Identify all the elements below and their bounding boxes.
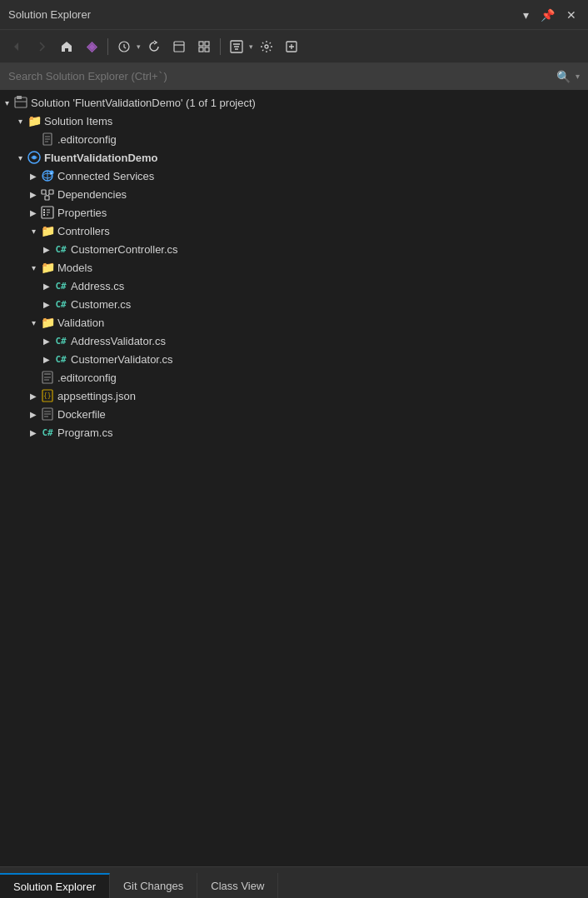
appsettings-icon: {} [40,388,55,403]
home-button[interactable] [55,35,78,58]
models-label: Models [57,262,92,274]
svg-rect-29 [43,212,45,213]
bottom-tabs: Solution Explorer Git Changes Class View [0,866,588,898]
svg-rect-4 [199,47,203,52]
dockerfile-arrow: ▶ [27,407,40,421]
svg-rect-3 [205,42,209,46]
properties-icon [40,205,55,220]
tab-git-changes[interactable]: Git Changes [110,873,197,898]
project-arrow: ▾ [13,151,27,164]
project-icon [27,150,42,165]
validation-arrow: ▾ [27,316,40,329]
tab-class-view[interactable]: Class View [197,873,278,898]
address-validator-arrow: ▶ [40,334,53,347]
search-dropdown[interactable]: ▾ [576,72,580,81]
address-arrow: ▶ [40,279,53,292]
auto-hide-button[interactable] [280,35,303,58]
customer-controller-label: CustomerController.cs [71,243,178,256]
filter-group[interactable]: ▾ [225,35,253,58]
search-input[interactable] [8,70,551,82]
properties-label: Properties [57,207,107,219]
svg-rect-22 [42,190,46,194]
validation-folder[interactable]: ▾ 📁 Validation [0,313,588,332]
program-cs-item[interactable]: ▶ C# Program.cs [0,423,588,442]
dropdown-arrow[interactable]: ▾ [520,7,532,23]
editorconfig-project-icon [40,370,55,385]
appsettings-item[interactable]: ▶ {} appsettings.json [0,387,588,405]
customer-validator-arrow: ▶ [40,352,53,366]
refresh-button[interactable] [142,35,166,58]
dependencies-arrow: ▶ [27,187,40,201]
folder-icon: 📁 [27,113,42,128]
close-button[interactable]: ✕ [563,7,580,23]
settings-button[interactable] [255,35,278,58]
tab-solution-explorer[interactable]: Solution Explorer [0,873,110,898]
svg-rect-1 [174,42,184,52]
back-button[interactable] [5,35,28,58]
address-validator-item[interactable]: ▶ C# AddressValidator.cs [0,332,588,350]
solution-expand-arrow: ▾ [0,96,13,109]
models-folder-icon: 📁 [40,260,55,275]
cs-icon: C# [53,242,68,257]
solution-label: Solution 'FluentValidationDemo' (1 of 1 … [31,97,256,109]
title-bar-text: Solution Explorer [8,8,520,21]
properties-item[interactable]: ▶ Properties [0,203,588,222]
customer-validator-label: CustomerValidator.cs [71,353,173,366]
dockerfile-item[interactable]: ▶ Dockerfile [0,405,588,423]
solution-items-folder[interactable]: ▾ 📁 Solution Items [0,112,588,130]
pending-changes-dropdown[interactable]: ▾ [137,42,141,51]
pending-changes-group[interactable]: ▾ [112,35,141,58]
svg-rect-2 [199,42,203,46]
editorconfig-project-item[interactable]: ▶ .editorconfig [0,368,588,387]
svg-rect-5 [205,47,209,52]
svg-text:{}: {} [43,392,52,400]
solution-root[interactable]: ▾ Solution 'FluentValidationDemo' (1 of … [0,93,588,112]
connected-services-icon: + [40,168,55,183]
project-root[interactable]: ▾ FluentValidationDemo [0,148,588,167]
address-cs-item[interactable]: ▶ C# Address.cs [0,277,588,295]
customer-validator-item[interactable]: ▶ C# CustomerValidator.cs [0,350,588,368]
customer-controller-item[interactable]: ▶ C# CustomerController.cs [0,240,588,258]
program-cs-label: Program.cs [57,427,112,439]
search-bar: 🔍 ▾ [0,63,588,90]
controllers-folder[interactable]: ▾ 📁 Controllers [0,222,588,240]
editorconfig-project-label: .editorconfig [57,372,117,384]
forward-button[interactable] [30,35,53,58]
collapse-button[interactable] [167,35,191,58]
dependencies-item[interactable]: ▶ Dependencies [0,185,588,203]
solution-items-label: Solution Items [44,115,112,127]
dependencies-label: Dependencies [57,188,127,201]
svg-rect-32 [44,373,51,375]
validation-folder-icon: 📁 [40,315,55,330]
solution-items-arrow: ▾ [13,114,27,127]
validation-label: Validation [57,317,104,329]
svg-rect-28 [43,209,45,211]
sync-button[interactable] [192,35,216,58]
file-icon [40,132,55,147]
svg-point-17 [32,156,36,159]
vs-icon-button[interactable]: ◈ [80,35,103,58]
filter-button[interactable] [225,35,248,58]
svg-rect-10 [17,96,22,99]
editorconfig-solution-item[interactable]: ▶ .editorconfig [0,130,588,148]
connected-services-label: Connected Services [57,170,154,182]
connected-services-item[interactable]: ▶ + Connected Services [0,167,588,185]
program-cs-icon: C# [40,425,55,440]
controllers-arrow: ▾ [27,224,40,237]
filter-dropdown[interactable]: ▾ [249,42,253,51]
customer-arrow: ▶ [40,297,53,311]
appsettings-arrow: ▶ [27,389,40,402]
address-cs-icon: C# [53,278,68,293]
models-folder[interactable]: ▾ 📁 Models [0,258,588,277]
title-bar-controls: ▾ 📌 ✕ [520,7,580,23]
dockerfile-label: Dockerfile [57,408,106,421]
pin-button[interactable]: 📌 [537,7,558,23]
solution-icon [13,95,28,110]
svg-rect-24 [45,196,49,200]
customer-cs-item[interactable]: ▶ C# Customer.cs [0,295,588,313]
controllers-label: Controllers [57,225,110,237]
customer-controller-arrow: ▶ [40,242,53,256]
pending-changes-button[interactable] [112,35,136,58]
models-arrow: ▾ [27,261,40,274]
title-bar: Solution Explorer ▾ 📌 ✕ [0,0,588,30]
